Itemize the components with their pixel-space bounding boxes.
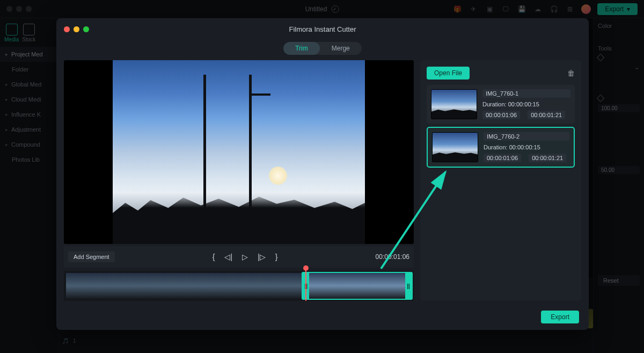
modal-title: Filmora Instant Cutter: [289, 25, 356, 33]
tab-merge[interactable]: Merge: [320, 42, 362, 55]
timecode: 00:00:01:06: [376, 253, 409, 261]
play-icon[interactable]: ▷: [242, 253, 248, 261]
trash-icon[interactable]: 🗑: [567, 69, 575, 77]
clip-name: IMG_7760-1: [482, 89, 570, 98]
clip-name: IMG_7760-2: [484, 132, 569, 141]
clip-thumbnail: [431, 89, 477, 119]
filmstrip[interactable]: || ||: [64, 271, 414, 301]
clip-in: 00:00:01:06: [484, 154, 521, 162]
add-segment-button[interactable]: Add Segment: [68, 251, 115, 262]
clip-card-2[interactable]: IMG_7760-2 Duration: 00:00:00:15 00:00:0…: [427, 127, 575, 168]
playhead[interactable]: [305, 268, 306, 301]
modal-export-button[interactable]: Export: [541, 311, 579, 323]
instant-cutter-modal: Filmora Instant Cutter Trim Merge Add Se…: [56, 18, 589, 330]
modal-window-controls[interactable]: [64, 26, 89, 32]
clip-thumbnail: [432, 132, 478, 162]
clip-card-1[interactable]: IMG_7760-1 Duration: 00:00:00:15 00:00:0…: [427, 85, 575, 124]
prev-frame-icon[interactable]: ◁|: [224, 253, 232, 261]
clip-out: 00:00:01:21: [529, 154, 566, 162]
selection-range[interactable]: || ||: [302, 272, 413, 300]
clip-in: 00:00:01:06: [482, 111, 520, 119]
bracket-close-icon[interactable]: }: [275, 253, 278, 261]
clip-duration: Duration: 00:00:00:15: [484, 144, 569, 150]
mode-segment: Trim Merge: [283, 42, 362, 55]
clip-out: 00:00:01:21: [528, 111, 565, 119]
bracket-open-icon[interactable]: {: [213, 253, 215, 261]
next-frame-icon[interactable]: |▷: [258, 253, 266, 261]
range-right-handle[interactable]: ||: [405, 273, 412, 299]
clip-duration: Duration: 00:00:00:15: [482, 101, 570, 107]
tab-trim[interactable]: Trim: [283, 42, 320, 55]
open-file-button[interactable]: Open File: [427, 67, 470, 80]
video-preview[interactable]: [64, 60, 414, 244]
